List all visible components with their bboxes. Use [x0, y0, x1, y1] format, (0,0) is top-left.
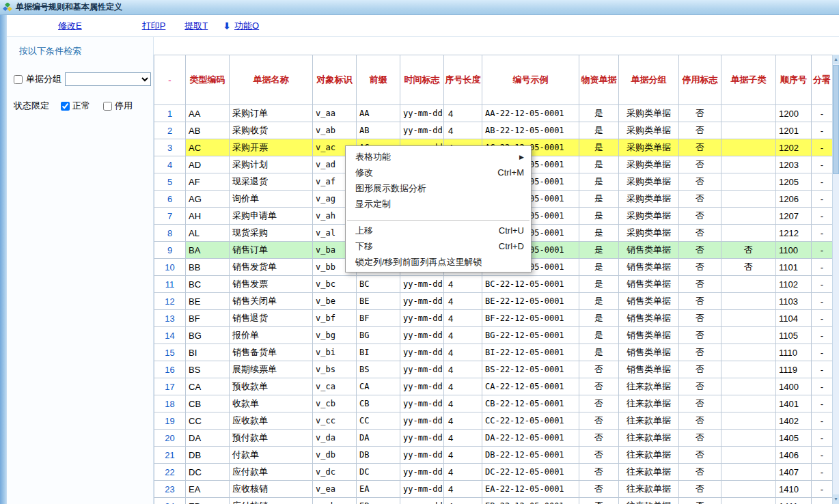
cell-subclass[interactable]	[721, 464, 776, 481]
cell-code[interactable]: BS	[186, 361, 230, 378]
cell-code[interactable]: AC	[186, 139, 230, 156]
header-doc-name[interactable]: 单据名称	[230, 55, 313, 105]
cell-code[interactable]: DB	[186, 447, 230, 464]
header-object-id[interactable]: 对象标识	[313, 55, 357, 105]
cell-num[interactable]: 15	[154, 344, 186, 361]
cell-prefix[interactable]: DB	[357, 447, 400, 464]
cell-subclass[interactable]	[721, 293, 776, 310]
cell-disabled[interactable]: 否	[679, 173, 721, 191]
cell-example[interactable]: AA-22-12-05-0001	[482, 105, 579, 122]
header-doc-subclass[interactable]: 单据子类	[721, 55, 776, 105]
cell-seq[interactable]: 1205	[776, 173, 812, 191]
cell-group[interactable]: 往来款单据	[619, 378, 679, 395]
cell-disabled[interactable]: 否	[679, 225, 721, 242]
cell-code[interactable]: CB	[186, 395, 230, 412]
cell-num[interactable]: 7	[154, 208, 186, 225]
header-doc-group[interactable]: 单据分组	[619, 55, 679, 105]
table-row[interactable]: 1AA采购订单v_aaAAyy-mm-dd4AA-22-12-05-0001是采…	[154, 105, 833, 122]
cell-num[interactable]: 1	[154, 105, 186, 122]
cell-prefix[interactable]: DA	[357, 430, 400, 447]
cell-extra[interactable]: -	[812, 344, 833, 361]
cell-example[interactable]: BS-22-12-05-0001	[482, 361, 579, 378]
table-row[interactable]: 23EA应收核销v_eaEAyy-mm-dd4EA-22-12-05-0001否…	[154, 481, 833, 498]
cell-num[interactable]: 2	[154, 122, 186, 139]
menu-item-chart-analysis[interactable]: 图形展示数据分析	[346, 180, 531, 196]
cell-extra[interactable]: -	[812, 122, 833, 139]
cell-material[interactable]: 是	[579, 310, 619, 327]
cell-len[interactable]: 4	[444, 447, 482, 464]
cell-group[interactable]: 往来款单据	[619, 447, 679, 464]
cell-material[interactable]: 是	[579, 208, 619, 225]
cell-obj[interactable]: v_bf	[313, 310, 357, 327]
cell-num[interactable]: 4	[154, 156, 186, 173]
cell-example[interactable]: BF-22-12-05-0001	[482, 310, 579, 327]
cell-disabled[interactable]: 否	[679, 344, 721, 361]
cell-disabled[interactable]: 否	[679, 122, 721, 139]
cell-example[interactable]: EA-22-12-05-0001	[482, 481, 579, 498]
menu-item-move-down[interactable]: 下移 Ctrl+D	[346, 238, 531, 254]
cell-subclass[interactable]	[721, 122, 776, 139]
cell-material[interactable]: 是	[579, 327, 619, 344]
cell-extra[interactable]: -	[812, 242, 833, 259]
cell-example[interactable]: DC-22-12-05-0001	[482, 464, 579, 481]
status-normal-checkbox[interactable]	[61, 102, 70, 111]
cell-name[interactable]: 销售备货单	[230, 344, 313, 361]
cell-seq[interactable]: 1200	[776, 105, 812, 122]
cell-timeflag[interactable]: yy-mm-dd	[400, 412, 444, 430]
cell-num[interactable]: 11	[154, 276, 186, 293]
cell-extra[interactable]: -	[812, 310, 833, 327]
cell-disabled[interactable]: 否	[679, 208, 721, 225]
cell-name[interactable]: 预付款单	[230, 430, 313, 447]
cell-extra[interactable]: -	[812, 395, 833, 412]
cell-disabled[interactable]: 否	[679, 378, 721, 395]
cell-subclass[interactable]	[721, 225, 776, 242]
cell-num[interactable]: 3	[154, 139, 186, 156]
cell-extra[interactable]: -	[812, 430, 833, 447]
cell-seq[interactable]: 1406	[776, 447, 812, 464]
cell-num[interactable]: 22	[154, 464, 186, 481]
cell-extra[interactable]: -	[812, 139, 833, 156]
cell-code[interactable]: AG	[186, 191, 230, 208]
cell-prefix[interactable]: EB	[357, 498, 400, 504]
cell-material[interactable]: 否	[579, 498, 619, 504]
cell-disabled[interactable]: 否	[679, 191, 721, 208]
header-number-example[interactable]: 编号示例	[482, 55, 579, 105]
cell-name[interactable]: 销售退货	[230, 310, 313, 327]
menu-item-table-functions[interactable]: 表格功能 ▶	[346, 149, 531, 165]
cell-group[interactable]: 往来款单据	[619, 430, 679, 447]
cell-len[interactable]: 4	[444, 122, 482, 139]
cell-obj[interactable]: v_bc	[313, 276, 357, 293]
table-row[interactable]: 2AB采购收货v_abAByy-mm-dd4AB-22-12-05-0001是采…	[154, 122, 833, 139]
cell-code[interactable]: AD	[186, 156, 230, 173]
cell-name[interactable]: 展期续票单	[230, 361, 313, 378]
cell-code[interactable]: AH	[186, 208, 230, 225]
cell-disabled[interactable]: 否	[679, 430, 721, 447]
cell-material[interactable]: 是	[579, 139, 619, 156]
cell-extra[interactable]: -	[812, 276, 833, 293]
cell-extra[interactable]: -	[812, 447, 833, 464]
cell-material[interactable]: 是	[579, 105, 619, 122]
cell-disabled[interactable]: 否	[679, 327, 721, 344]
cell-len[interactable]: 4	[444, 327, 482, 344]
cell-group[interactable]: 采购类单据	[619, 173, 679, 191]
cell-num[interactable]: 24	[154, 498, 186, 504]
header-material-doc[interactable]: 物资单据	[579, 55, 619, 105]
cell-len[interactable]: 4	[444, 293, 482, 310]
cell-example[interactable]: EB-22-12-05-0001	[482, 498, 579, 504]
cell-code[interactable]: AL	[186, 225, 230, 242]
table-row[interactable]: 22DC应付款单v_dcDCyy-mm-dd4DC-22-12-05-0001否…	[154, 464, 833, 481]
cell-code[interactable]: BI	[186, 344, 230, 361]
cell-example[interactable]: CA-22-12-05-0001	[482, 378, 579, 395]
cell-subclass[interactable]	[721, 105, 776, 122]
cell-timeflag[interactable]: yy-mm-dd	[400, 344, 444, 361]
cell-group[interactable]: 销售类单据	[619, 327, 679, 344]
cell-extra[interactable]: -	[812, 464, 833, 481]
cell-code[interactable]: CA	[186, 378, 230, 395]
cell-name[interactable]: 采购申请单	[230, 208, 313, 225]
cell-seq[interactable]: 1102	[776, 276, 812, 293]
cell-seq[interactable]: 1119	[776, 361, 812, 378]
cell-name[interactable]: 应收核销	[230, 481, 313, 498]
cell-group[interactable]: 销售类单据	[619, 276, 679, 293]
cell-seq[interactable]: 1401	[776, 395, 812, 412]
cell-num[interactable]: 19	[154, 412, 186, 430]
